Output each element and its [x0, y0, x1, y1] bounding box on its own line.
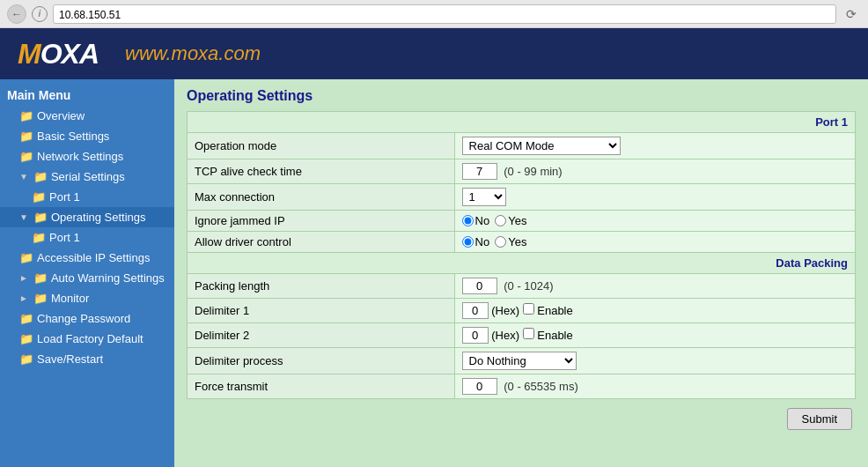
sidebar-item-network-settings[interactable]: 📁 Network Settings — [0, 146, 174, 167]
delim-process-row: Delimiter process Do Nothing Delimiter +… — [188, 348, 856, 374]
sidebar-label-serial-port1: Port 1 — [49, 190, 80, 204]
delim2-row: Delimiter 2 (Hex) Enable — [188, 323, 856, 348]
delim1-row: Delimiter 1 (Hex) Enable — [188, 299, 856, 323]
sidebar-item-basic-settings[interactable]: 📁 Basic Settings — [0, 126, 174, 146]
ignore-ip-yes-label[interactable]: Yes — [495, 214, 526, 227]
folder-icon: 📁 — [19, 312, 33, 325]
submit-button[interactable]: Submit — [787, 408, 852, 430]
info-icon: i — [32, 6, 48, 22]
sidebar-item-accessible-ip[interactable]: 📁 Accessible IP Settings — [0, 248, 174, 268]
packing-len-input[interactable] — [462, 278, 497, 294]
page-title: Operating Settings — [187, 88, 856, 104]
moxa-logo: MOXA — [18, 38, 99, 70]
allow-ctrl-no-radio[interactable] — [462, 236, 474, 248]
sidebar-item-save-restart[interactable]: 📁 Save/Restart — [0, 349, 174, 369]
force-tx-value-cell: (0 - 65535 ms) — [454, 374, 855, 399]
folder-icon: 📁 — [19, 332, 33, 345]
sidebar-item-operating-settings[interactable]: ▼ 📁 Operating Settings — [0, 207, 174, 227]
sidebar: Main Menu 📁 Overview 📁 Basic Settings 📁 … — [0, 79, 174, 467]
expand-icon: ► — [19, 273, 28, 283]
delim2-enable-label: Enable — [537, 329, 572, 342]
force-tx-input[interactable] — [462, 378, 497, 395]
operation-mode-select[interactable]: Real COM Mode TCP Server Mode TCP Client… — [462, 137, 621, 155]
delim1-input[interactable] — [462, 302, 489, 319]
tcp-alive-input[interactable] — [462, 163, 497, 180]
sidebar-label-save-restart: Save/Restart — [37, 352, 103, 366]
folder-icon: 📁 — [33, 211, 48, 224]
force-tx-row: Force transmit (0 - 65535 ms) — [188, 374, 856, 399]
browser-bar: ← i 10.68.150.51 ⟳ — [0, 0, 868, 28]
max-conn-value-cell: 1 2 3 4 — [454, 184, 855, 211]
delim1-value-cell: (Hex) Enable — [454, 299, 855, 323]
settings-table: Port 1 Operation mode Real COM Mode TCP … — [187, 111, 856, 399]
main-layout: Main Menu 📁 Overview 📁 Basic Settings 📁 … — [0, 79, 868, 467]
folder-icon: 📁 — [33, 271, 48, 285]
ignore-ip-value-cell: No Yes — [454, 211, 855, 232]
max-conn-label: Max connection — [188, 184, 455, 211]
ignore-ip-row: Ignore jammed IP No Yes — [188, 211, 856, 232]
max-conn-select[interactable]: 1 2 3 4 — [462, 188, 506, 206]
delim-process-label: Delimiter process — [188, 348, 455, 374]
delim1-enable-checkbox[interactable] — [523, 303, 534, 315]
delim-process-select[interactable]: Do Nothing Delimiter + 1 Delimiter + 2 S… — [462, 352, 577, 370]
content-area: Operating Settings Port 1 Operation mode… — [174, 79, 868, 467]
operation-mode-label: Operation mode — [188, 133, 455, 159]
expand-icon: ▼ — [19, 212, 28, 222]
folder-icon: 📁 — [32, 231, 46, 244]
expand-icon: ▼ — [19, 172, 28, 182]
allow-ctrl-no-text: No — [475, 235, 490, 248]
folder-icon: 📁 — [19, 150, 33, 163]
sidebar-label-monitor: Monitor — [51, 292, 89, 305]
sidebar-item-overview[interactable]: 📁 Overview — [0, 106, 174, 126]
delim2-label: Delimiter 2 — [188, 323, 455, 348]
allow-ctrl-no-label[interactable]: No — [462, 235, 490, 248]
sidebar-item-serial-settings[interactable]: ▼ 📁 Serial Settings — [0, 167, 174, 187]
delim1-unit: (Hex) — [491, 304, 519, 317]
delim-process-value-cell: Do Nothing Delimiter + 1 Delimiter + 2 S… — [454, 348, 855, 374]
packing-len-label: Packing length — [188, 274, 455, 299]
tcp-alive-value-cell: (0 - 99 min) — [454, 159, 855, 184]
ignore-ip-no-text: No — [475, 214, 490, 227]
sidebar-item-op-port1[interactable]: 📁 Port 1 — [0, 227, 174, 248]
sidebar-label-op-port1: Port 1 — [49, 231, 80, 244]
delim1-enable-label: Enable — [537, 304, 572, 317]
ignore-ip-no-label[interactable]: No — [462, 214, 490, 227]
tcp-alive-row: TCP alive check time (0 - 99 min) — [188, 159, 856, 184]
sidebar-main-menu: Main Menu — [0, 85, 174, 106]
address-bar[interactable]: 10.68.150.51 — [53, 4, 836, 24]
sidebar-label-accessible-ip: Accessible IP Settings — [37, 251, 150, 264]
port-header: Port 1 — [188, 112, 856, 133]
sidebar-item-change-password[interactable]: 📁 Change Password — [0, 308, 174, 329]
delim2-input[interactable] — [462, 327, 489, 344]
back-button[interactable]: ← — [7, 4, 26, 24]
sidebar-item-load-factory[interactable]: 📁 Load Factory Default — [0, 329, 174, 349]
delim2-value-cell: (Hex) Enable — [454, 323, 855, 348]
sidebar-label-change-password: Change Password — [37, 312, 130, 325]
packing-len-value-cell: (0 - 1024) — [454, 274, 855, 299]
allow-ctrl-yes-radio[interactable] — [495, 236, 506, 248]
ignore-ip-yes-radio[interactable] — [495, 215, 506, 226]
ignore-ip-yes-text: Yes — [508, 214, 526, 227]
allow-ctrl-yes-label[interactable]: Yes — [495, 235, 526, 248]
sidebar-label-operating-settings: Operating Settings — [51, 211, 146, 224]
data-packing-header-row: Data Packing — [188, 253, 856, 274]
sidebar-item-auto-warning[interactable]: ► 📁 Auto Warning Settings — [0, 268, 174, 288]
moxa-url: www.moxa.com — [125, 42, 261, 65]
ignore-ip-radio-group: No Yes — [462, 214, 848, 227]
operation-mode-value: Real COM Mode TCP Server Mode TCP Client… — [454, 133, 855, 159]
delim2-enable-checkbox[interactable] — [523, 328, 534, 339]
folder-icon: 📁 — [19, 251, 33, 264]
data-packing-header: Data Packing — [188, 253, 856, 274]
sidebar-item-monitor[interactable]: ► 📁 Monitor — [0, 288, 174, 308]
allow-ctrl-label: Allow driver control — [188, 232, 455, 253]
expand-icon: ► — [19, 293, 28, 303]
port-header-row: Port 1 — [188, 112, 856, 133]
force-tx-label: Force transmit — [188, 374, 455, 399]
allow-ctrl-yes-text: Yes — [508, 235, 526, 248]
tcp-alive-range: (0 - 99 min) — [504, 165, 562, 178]
sidebar-item-serial-port1[interactable]: 📁 Port 1 — [0, 187, 174, 207]
main-menu-label: Main Menu — [7, 88, 70, 102]
ignore-ip-no-radio[interactable] — [462, 215, 474, 226]
ignore-ip-label: Ignore jammed IP — [188, 211, 455, 232]
reload-button[interactable]: ⟳ — [842, 4, 861, 24]
